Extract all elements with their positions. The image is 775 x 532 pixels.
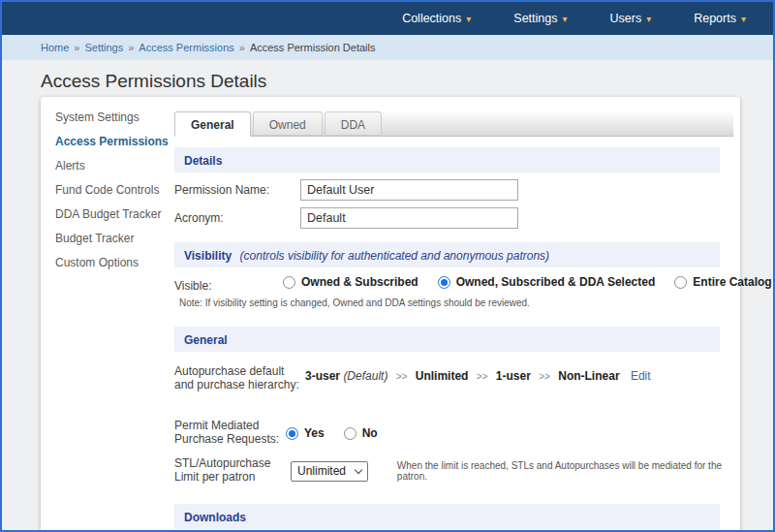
section-title: Downloads [184,511,246,524]
radio-mediated-yes[interactable]: Yes [286,426,325,440]
radio-entire-catalog[interactable]: Entire Catalog [674,275,771,289]
sidebar-item-dda-budget-tracker[interactable]: DDA Budget Tracker [55,207,171,221]
stl-limit-label: STL/Autopurchase Limit per patron [174,453,291,484]
mediated-radio-group: Yes No [286,415,397,440]
chevron-down-icon: ▾ [562,14,567,24]
radio-icon [344,427,356,440]
hierarchy-separator: >> [396,371,408,382]
section-header-downloads: Downloads [174,504,720,529]
chevron-down-icon: ▾ [466,14,471,24]
hierarchy-label: Autopurchase default and purchase hierar… [174,360,305,391]
nav-menu-label: Users [610,12,642,25]
sidebar-item-system-settings[interactable]: System Settings [55,110,171,124]
breadcrumb-link-home[interactable]: Home [41,42,69,53]
nav-menu-reports[interactable]: Reports ▾ [694,12,746,25]
acronym-input[interactable] [300,207,518,229]
breadcrumb-current: Access Permission Details [250,42,376,53]
stl-limit-note: When the limit is reached, STLs and Auto… [397,460,733,482]
permission-name-label: Permission Name: [174,179,300,197]
hierarchy-value: 3-user (Default) >> Unlimited >> 1-user … [305,360,651,383]
hierarchy-row: Autopurchase default and purchase hierar… [174,360,733,391]
section-header-details: Details [174,147,720,172]
stl-limit-selected-value: Unlimited [297,464,346,478]
radio-icon [283,276,295,289]
breadcrumb-link-access-permissions[interactable]: Access Permissions [139,42,233,53]
section-title: Details [184,154,222,168]
visibility-note: Note: If visibility setting is changed, … [179,297,733,308]
sidebar-item-fund-code-controls[interactable]: Fund Code Controls [55,183,171,197]
radio-icon [438,276,450,289]
radio-owned-subscribed-dda[interactable]: Owned, Subscribed & DDA Selected [438,275,656,289]
mediated-label: Permit Mediated Purchase Requests: [174,415,286,446]
sidebar-item-alerts[interactable]: Alerts [55,159,171,172]
hierarchy-separator: >> [539,371,550,382]
chevron-down-icon [355,465,362,473]
sidebar: System Settings Access Permissions Alert… [55,110,171,280]
section-title: Visibility [184,249,232,263]
app-window: Collections ▾ Settings ▾ Users ▾ Reports… [0,0,775,532]
breadcrumb: Home » Settings » Access Permissions » A… [2,35,773,60]
nav-menu-collections[interactable]: Collections ▾ [402,12,471,25]
hierarchy-separator: >> [477,371,488,382]
breadcrumb-separator: » [74,42,79,53]
top-nav: Collections ▾ Settings ▾ Users ▾ Reports… [2,2,773,35]
acronym-label: Acronym: [174,207,300,225]
section-subtitle: (controls visibility for authenticated a… [240,249,550,263]
breadcrumb-link-settings[interactable]: Settings [84,42,123,53]
permission-name-input[interactable] [300,179,518,201]
section-header-general: General [174,327,720,352]
visible-row: Visible: Owned & Subscribed Owned, Subsc… [174,275,733,293]
acronym-row: Acronym: [174,207,733,229]
hierarchy-edit-link[interactable]: Edit [631,369,651,383]
nav-menu-settings[interactable]: Settings ▾ [513,12,567,25]
chevron-down-icon: ▾ [646,14,651,24]
sidebar-item-budget-tracker[interactable]: Budget Tracker [55,232,171,245]
visible-label: Visible: [174,275,283,293]
stl-limit-select[interactable]: Unlimited [291,461,368,482]
content-card: System Settings Access Permissions Alert… [41,97,740,532]
sidebar-item-custom-options[interactable]: Custom Options [55,256,171,269]
mediated-row: Permit Mediated Purchase Requests: Yes N… [174,415,733,446]
nav-menu-label: Settings [513,12,557,25]
tab-general[interactable]: General [174,111,251,137]
breadcrumb-separator: » [239,42,245,53]
tab-strip: General Owned DDA [174,111,733,137]
nav-menu-label: Collections [402,12,461,25]
stl-limit-row: STL/Autopurchase Limit per patron Unlimi… [174,453,733,484]
title-bar: Access Permissions Details [2,60,773,102]
tab-owned[interactable]: Owned [253,111,323,136]
section-title: General [184,333,228,347]
permission-name-row: Permission Name: [174,179,733,201]
nav-menu-users[interactable]: Users ▾ [610,12,652,25]
page-title: Access Permissions Details [41,71,773,92]
radio-icon [674,276,687,289]
breadcrumb-separator: » [128,42,134,53]
radio-icon [286,427,298,440]
radio-owned-subscribed[interactable]: Owned & Subscribed [283,275,418,289]
chevron-down-icon: ▾ [741,14,746,24]
nav-menu-label: Reports [694,12,736,25]
tab-dda[interactable]: DDA [325,111,382,136]
radio-mediated-no[interactable]: No [344,426,378,440]
main-content: General Owned DDA Details Permission Nam… [174,111,733,532]
section-header-visibility: Visibility (controls visibility for auth… [174,242,720,267]
visible-radio-group: Owned & Subscribed Owned, Subscribed & D… [283,275,775,289]
sidebar-item-access-permissions[interactable]: Access Permissions [55,135,171,148]
